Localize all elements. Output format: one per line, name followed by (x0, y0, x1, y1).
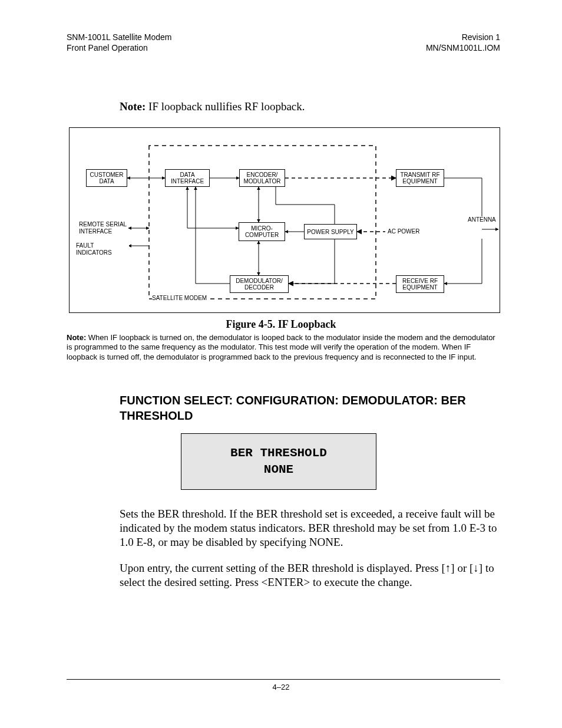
figure-note-text: When IF loopback is turned on, the demod… (67, 333, 495, 361)
box-encoder-modulator: ENCODER/ MODULATOR (239, 169, 285, 187)
box-transmit-rf: TRANSMIT RF EQUIPMENT (396, 169, 444, 187)
body2-a: Upon entry, the current setting of the B… (120, 562, 445, 574)
page-header: SNM-1001L Satellite Modem Front Panel Op… (67, 32, 500, 53)
label-remote-serial: REMOTE SERIAL INTERFACE (79, 221, 128, 235)
label-satellite-modem: SATELLITE MODEM (152, 295, 207, 302)
lcd-line1: BER THRESHOLD (230, 445, 327, 462)
label-ac-power: AC POWER (388, 228, 419, 235)
header-right-line2: MN/SNM1001L.IOM (426, 43, 500, 54)
body-paragraph-1: Sets the BER threshold. If the BER thres… (120, 507, 500, 549)
box-data-interface: DATA INTERFACE (165, 169, 210, 187)
note-label: Note: (120, 100, 146, 113)
arrow-up-icon: ↑ (445, 562, 451, 574)
lcd-line2: NONE (264, 462, 293, 478)
box-demod-decoder: DEMODULATOR/ DECODER (230, 275, 289, 293)
figure-note-label: Note: (67, 333, 86, 342)
footer-page-number: 4–22 (0, 683, 562, 691)
footer-rule (67, 679, 500, 680)
header-right-line1: Revision 1 (426, 32, 500, 43)
label-antenna: ANTENNA (468, 216, 496, 223)
header-left-line1: SNM-1001L Satellite Modem (67, 32, 171, 43)
section-heading: FUNCTION SELECT: CONFIGURATION: DEMODULA… (120, 393, 500, 423)
label-fault-indicators: FAULT INDICATORS (76, 242, 129, 256)
box-receive-rf: RECEIVE RF EQUIPMENT (396, 275, 444, 293)
figure-caption: Figure 4-5. IF Loopback (0, 318, 562, 331)
box-customer-data: CUSTOMER DATA (86, 169, 127, 187)
lcd-display: BER THRESHOLD NONE (181, 433, 376, 490)
note-text: IF loopback nullifies RF loopback. (148, 100, 305, 113)
body-paragraph-2: Upon entry, the current setting of the B… (120, 561, 500, 589)
page: SNM-1001L Satellite Modem Front Panel Op… (0, 0, 562, 728)
body2-b: ] or [ (451, 562, 473, 574)
figure-note: Note: When IF loopback is turned on, the… (67, 333, 500, 362)
arrow-down-icon: ↓ (473, 562, 479, 574)
note-if-loopback: Note: IF loopback nullifies RF loopback. (120, 100, 305, 113)
figure-if-loopback: CUSTOMER DATA DATA INTERFACE ENCODER/ MO… (69, 127, 500, 313)
box-microcomputer: MICRO- COMPUTER (239, 222, 285, 241)
box-power-supply: POWER SUPPLY (304, 224, 357, 239)
header-left-line2: Front Panel Operation (67, 43, 171, 54)
